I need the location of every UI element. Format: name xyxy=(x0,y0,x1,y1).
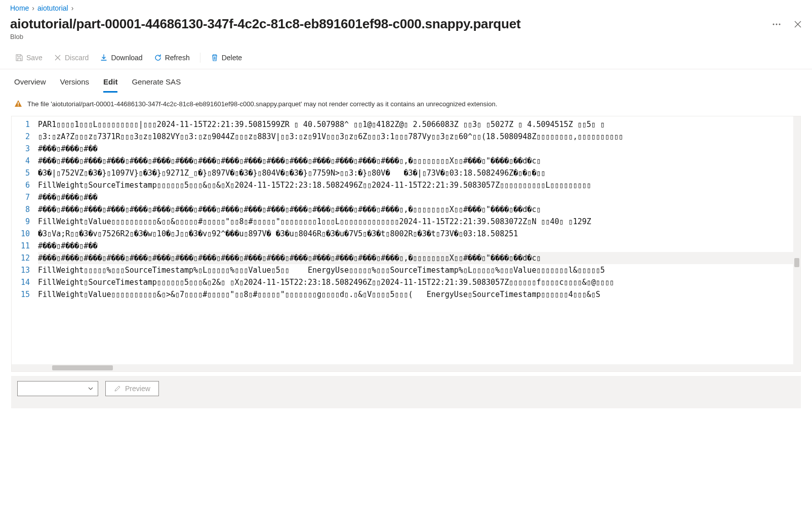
discard-label: Discard xyxy=(65,54,89,62)
code-line[interactable]: #���▯#���▯#���▯#���▯#���▯#���▯#���▯#���▯… xyxy=(38,203,800,216)
code-line[interactable]: FillWeight▯SourceTimestamp▯▯▯▯▯▯5▯▯▯&▯▯&… xyxy=(38,179,800,191)
svg-point-1 xyxy=(776,23,778,25)
code-line[interactable]: FillWeight▯SourceTimestamp▯▯▯▯▯▯5▯▯▯&▯2&… xyxy=(38,276,800,288)
footer-bar: Preview xyxy=(11,376,801,408)
download-button[interactable]: Download xyxy=(95,51,147,65)
vertical-scroll-thumb[interactable] xyxy=(794,258,799,267)
code-line[interactable]: PAR1▯▯▯▯1▯▯▯L▯▯▯▯▯▯▯▯▯|▯▯▯2024-11-15T22:… xyxy=(38,118,800,131)
code-line[interactable]: #���▯#���▯#�� xyxy=(38,240,800,252)
svg-point-0 xyxy=(773,23,775,25)
tab-generate-sas[interactable]: Generate SAS xyxy=(132,74,181,93)
code-line[interactable]: �3▯Va;R▯▯�3�v▯7526R2▯�3�w▯10�▯J▯▯�3�v▯92… xyxy=(38,228,800,240)
tab-versions[interactable]: Versions xyxy=(60,74,90,93)
warning-bar: The file 'aiotutorial/part-00001-4468613… xyxy=(0,93,812,114)
svg-rect-3 xyxy=(18,102,19,105)
toolbar-separator xyxy=(200,53,200,63)
edit-icon xyxy=(114,385,121,392)
svg-point-2 xyxy=(779,23,781,25)
code-area[interactable]: PAR1▯▯▯▯1▯▯▯L▯▯▯▯▯▯▯▯▯|▯▯▯2024-11-15T22:… xyxy=(36,116,800,364)
toolbar: Save Discard Download Refresh Delete xyxy=(0,47,812,69)
chevron-down-icon xyxy=(88,386,94,392)
breadcrumb: Home › aiotutorial › xyxy=(0,0,812,14)
save-icon xyxy=(15,54,23,62)
svg-rect-4 xyxy=(18,105,19,106)
page-subtitle: Blob xyxy=(0,33,812,47)
more-icon[interactable] xyxy=(772,19,782,29)
download-label: Download xyxy=(111,54,142,62)
refresh-button[interactable]: Refresh xyxy=(149,51,195,65)
delete-label: Delete xyxy=(222,54,242,62)
code-line[interactable]: FillWeight▯▯▯▯▯%▯▯▯SourceTimestamp%▯L▯▯▯… xyxy=(38,264,800,276)
breadcrumb-folder[interactable]: aiotutorial xyxy=(37,4,68,12)
horizontal-scrollbar[interactable] xyxy=(12,364,800,371)
code-line[interactable]: #���▯#���▯#�� xyxy=(38,143,800,155)
editor-viewport[interactable]: 123456789101112131415 PAR1▯▯▯▯1▯▯▯L▯▯▯▯▯… xyxy=(12,116,800,364)
save-button[interactable]: Save xyxy=(10,51,48,65)
delete-button[interactable]: Delete xyxy=(206,51,247,65)
chevron-right-icon: › xyxy=(32,4,34,12)
line-gutter: 123456789101112131415 xyxy=(12,116,36,364)
code-line[interactable]: #���▯#���▯#���▯#���▯#���▯#���▯#���▯#���▯… xyxy=(38,155,800,167)
warning-icon xyxy=(14,100,22,108)
discard-button[interactable]: Discard xyxy=(49,51,94,65)
discard-icon xyxy=(54,54,62,62)
preview-button[interactable]: Preview xyxy=(105,381,159,396)
warning-text: The file 'aiotutorial/part-00001-4468613… xyxy=(27,100,497,108)
editor: 123456789101112131415 PAR1▯▯▯▯1▯▯▯L▯▯▯▯▯… xyxy=(11,116,801,372)
download-icon xyxy=(100,54,108,62)
horizontal-scroll-thumb[interactable] xyxy=(52,365,113,370)
breadcrumb-home[interactable]: Home xyxy=(10,4,29,12)
code-line[interactable]: FillWeight▯Value▯▯▯▯▯▯▯▯▯▯&▯▯&▯▯▯▯▯#▯▯▯▯… xyxy=(38,216,800,228)
title-row: aiotutorial/part-00001-44686130-347f-4c2… xyxy=(0,14,812,33)
delete-icon xyxy=(211,54,219,62)
save-label: Save xyxy=(26,54,43,62)
tabs: Overview Versions Edit Generate SAS xyxy=(0,69,812,93)
tab-overview[interactable]: Overview xyxy=(14,74,46,93)
code-line[interactable]: #���▯#���▯#���▯#���▯#���▯#���▯#���▯#���▯… xyxy=(38,252,800,264)
page-title: aiotutorial/part-00001-44686130-347f-4c2… xyxy=(10,16,520,32)
preview-label: Preview xyxy=(125,385,150,393)
code-line[interactable]: FillWeight▯Value▯▯▯▯▯▯▯▯▯▯&▯>&▯7▯▯▯▯#▯▯▯… xyxy=(38,288,800,301)
code-line[interactable]: ▯3:▯zA?Z▯▯▯z▯7371R▯▯▯3▯z▯1082VY▯▯3:▯z▯90… xyxy=(38,131,800,143)
tab-edit[interactable]: Edit xyxy=(103,74,117,93)
language-select[interactable] xyxy=(17,381,98,396)
code-line[interactable]: �3�|▯752VZ▯�3�}▯1097V}▯�3�}▯9271Z_▯�}▯89… xyxy=(38,167,800,179)
code-line[interactable]: #���▯#���▯#�� xyxy=(38,191,800,203)
refresh-label: Refresh xyxy=(165,54,190,62)
close-icon[interactable] xyxy=(794,20,802,28)
vertical-scrollbar[interactable] xyxy=(793,116,800,364)
refresh-icon xyxy=(154,54,162,62)
chevron-right-icon: › xyxy=(71,4,74,12)
